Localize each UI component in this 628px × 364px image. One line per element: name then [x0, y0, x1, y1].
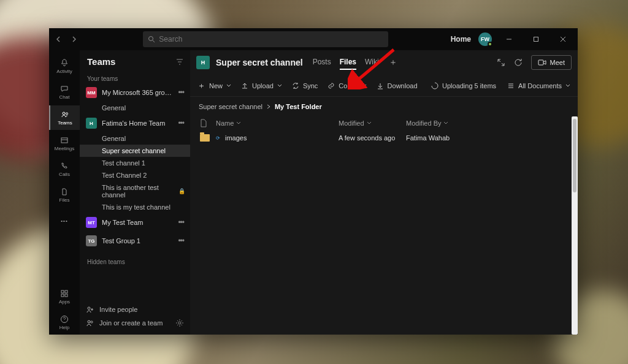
scrollbar[interactable] — [572, 116, 578, 335]
app-window: Home FW Activity Chat Teams Meetin — [49, 28, 578, 335]
search-input[interactable] — [159, 35, 383, 44]
team-row[interactable]: TG Test Group 1 ••• — [80, 232, 190, 250]
team-badge: H — [86, 118, 97, 129]
channel-item[interactable]: This is another test channel🔒 — [80, 181, 190, 201]
tab-wiki[interactable]: Wiki — [365, 55, 379, 70]
svg-line-1 — [153, 40, 155, 42]
column-modified[interactable]: Modified — [339, 119, 406, 127]
svg-rect-6 — [61, 138, 67, 143]
svg-point-4 — [63, 112, 65, 115]
join-create-team[interactable]: Join or create a team — [86, 319, 184, 327]
team-more-button[interactable]: ••• — [177, 218, 185, 227]
teams-panel: Teams Your teams MM My Microsoft 365 gro… — [80, 50, 190, 335]
team-row[interactable]: MM My Microsoft 365 group ••• — [80, 83, 190, 102]
team-name: My Microsoft 365 group — [102, 89, 172, 96]
rail-item-activity[interactable]: Activity — [49, 54, 80, 78]
team-badge: MT — [86, 217, 97, 228]
close-button[interactable] — [553, 31, 573, 48]
link-icon — [327, 82, 335, 89]
breadcrumb-current: My Test Folder — [275, 103, 322, 110]
svg-point-0 — [149, 37, 153, 41]
rail-item-more[interactable]: ••• — [49, 208, 80, 233]
folder-icon — [200, 134, 210, 142]
search-box[interactable] — [143, 31, 388, 47]
new-button[interactable]: ＋New — [197, 80, 231, 91]
channel-name: General — [102, 135, 126, 142]
refresh-icon[interactable] — [514, 58, 523, 67]
channel-item[interactable]: Super secret channel — [80, 145, 190, 157]
team-badge: TG — [86, 235, 97, 246]
presence-dot — [488, 42, 492, 47]
svg-point-14 — [88, 320, 90, 323]
chevron-down-icon — [277, 83, 282, 88]
column-modified-by[interactable]: Modified By — [406, 119, 492, 127]
file-row[interactable]: ⟳images A few seconds ago Fatima Wahab — [199, 131, 569, 145]
channel-name: Test channel 1 — [102, 159, 145, 167]
minimize-button[interactable] — [499, 31, 519, 48]
invite-people[interactable]: Invite people — [86, 305, 184, 314]
rail-item-teams[interactable]: Teams — [49, 105, 80, 130]
svg-point-13 — [88, 307, 90, 309]
nav-back-button[interactable] — [52, 32, 66, 47]
tab-files[interactable]: Files — [340, 55, 356, 70]
rail-item-files[interactable]: Files — [49, 183, 80, 207]
file-modified-by: Fatima Wahab — [406, 134, 492, 142]
file-type-icon — [200, 119, 207, 127]
chevron-right-icon — [266, 104, 271, 109]
uploading-status[interactable]: Uploading 5 items — [431, 82, 496, 89]
meet-button[interactable]: Meet — [531, 55, 572, 70]
breadcrumb-root[interactable]: Super secret channel — [199, 103, 262, 110]
avatar[interactable]: FW — [478, 32, 492, 46]
channel-item[interactable]: This is my test channel — [80, 201, 190, 213]
column-name[interactable]: Name — [216, 119, 339, 127]
rail-item-chat[interactable]: Chat — [49, 80, 80, 104]
add-tab-button[interactable]: ＋ — [389, 57, 397, 68]
copy-link-button[interactable]: Copy link — [327, 82, 366, 89]
team-more-button[interactable]: ••• — [177, 237, 185, 245]
upload-button[interactable]: Upload — [241, 82, 282, 89]
list-icon — [507, 82, 515, 89]
hidden-teams-label[interactable]: Hidden teams — [80, 250, 190, 267]
rail-item-help[interactable]: Help — [49, 310, 80, 335]
file-modified: A few seconds ago — [339, 134, 406, 142]
team-name: Fatima's Home Team — [102, 119, 172, 127]
file-icon — [59, 187, 69, 197]
team-more-button[interactable]: ••• — [177, 88, 185, 97]
org-label[interactable]: Home — [451, 35, 471, 44]
svg-rect-8 — [61, 290, 64, 293]
video-icon — [538, 59, 546, 66]
gear-icon[interactable] — [175, 319, 184, 327]
channel-header: H Super secret channel PostsFilesWiki ＋ … — [190, 50, 578, 75]
team-badge: MM — [86, 87, 97, 98]
scrollbar-thumb[interactable] — [573, 119, 576, 192]
filter-icon[interactable] — [175, 58, 184, 66]
channel-item[interactable]: Test Channel 2 — [80, 169, 190, 181]
channel-item[interactable]: Test channel 1 — [80, 157, 190, 169]
nav-forward-button[interactable] — [66, 32, 81, 47]
rail-item-calls[interactable]: Calls — [49, 157, 80, 181]
team-more-button[interactable]: ••• — [177, 119, 185, 127]
teams-icon — [60, 110, 70, 119]
sync-badge-icon: ⟳ — [216, 135, 220, 141]
channel-name: General — [102, 104, 126, 112]
download-button[interactable]: Download — [377, 82, 418, 89]
svg-rect-10 — [61, 294, 64, 297]
all-documents-dropdown[interactable]: All Documents — [507, 82, 570, 89]
chevron-down-icon — [226, 83, 231, 88]
team-row[interactable]: H Fatima's Home Team ••• — [80, 114, 190, 132]
team-row[interactable]: MT My Test Team ••• — [80, 213, 190, 232]
svg-rect-11 — [65, 294, 67, 297]
maximize-button[interactable] — [526, 31, 546, 48]
tab-posts[interactable]: Posts — [313, 55, 331, 70]
channel-name: This is my test channel — [102, 203, 170, 211]
rail-item-apps[interactable]: Apps — [49, 284, 80, 309]
chevron-down-icon — [367, 121, 372, 126]
rail-item-meetings[interactable]: Meetings — [49, 131, 80, 156]
chevron-down-icon — [565, 83, 570, 88]
sync-button[interactable]: Sync — [292, 82, 318, 89]
expand-icon[interactable] — [497, 58, 505, 67]
channel-item[interactable]: General — [80, 132, 190, 145]
channel-item[interactable]: General — [80, 102, 190, 114]
app-rail: Activity Chat Teams Meetings Calls Files — [49, 50, 80, 335]
person-add-icon — [86, 305, 94, 314]
